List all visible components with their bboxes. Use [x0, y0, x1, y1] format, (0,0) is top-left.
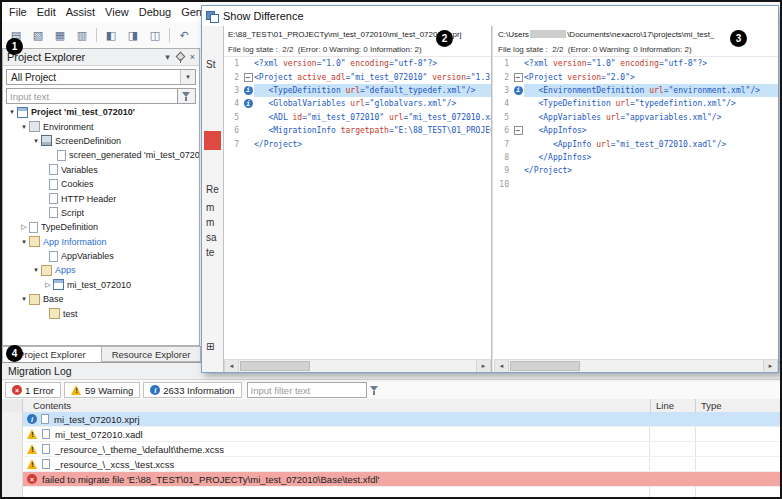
tree-item[interactable]: Script — [3, 206, 199, 220]
save-icon[interactable]: ▦ — [50, 25, 70, 45]
tree-item[interactable]: ▾Project 'mi_test_072010' — [3, 105, 199, 119]
copy-icon[interactable]: ◨ — [123, 25, 143, 45]
tree-filter-input[interactable] — [6, 88, 178, 104]
expander-icon[interactable]: ▷ — [43, 281, 53, 289]
scroll-left-button[interactable]: ◄ — [494, 360, 509, 372]
tree-item[interactable]: Variables — [3, 163, 199, 177]
code-token: ="mi_test_072010.xadl"/> — [611, 140, 727, 149]
dialog-titlebar[interactable]: Show Difference — [202, 6, 778, 27]
log-row[interactable]: ×failed to migrate file 'E:\88_TEST\01_P… — [23, 472, 780, 487]
pane-divider[interactable] — [491, 26, 493, 372]
menu-debug[interactable]: Debug — [134, 4, 176, 20]
tree-item[interactable]: screen_generated 'mi_test_072010' — [3, 148, 199, 162]
expander-icon[interactable]: ▾ — [19, 238, 29, 246]
save-all-icon[interactable]: ▥ — [72, 25, 92, 45]
tree-item-label: HTTP Header — [61, 194, 116, 204]
code-line[interactable]: 4i <GlobalVariables url="globalvars.xml"… — [224, 97, 491, 110]
column-type[interactable]: Type — [696, 399, 780, 412]
scroll-left-button[interactable]: ◄ — [224, 360, 239, 372]
menu-view[interactable]: View — [100, 4, 134, 20]
code-line[interactable]: 4 <TypeDefinition url="typedefintion.xml… — [494, 97, 778, 110]
code-line[interactable]: 2−<Project version="2.0"> — [494, 70, 778, 83]
code-line[interactable]: 5 <ADL id="mi_test_072010" url="mi_test_… — [224, 111, 491, 124]
expander-icon[interactable]: ▷ — [19, 223, 29, 231]
code-line[interactable]: 9</Project> — [494, 164, 778, 177]
filter-funnel-icon[interactable] — [367, 383, 383, 397]
tree-item[interactable]: test — [3, 306, 199, 320]
horizontal-scrollbar[interactable]: ◄ ► — [494, 359, 778, 372]
warning-icon: ! — [71, 385, 82, 395]
scroll-thumb[interactable] — [240, 361, 310, 371]
code-line[interactable]: 1<?xml version="1.0" encoding="utf-8"?> — [224, 57, 491, 70]
scroll-right-button[interactable]: ► — [763, 360, 778, 372]
cut-icon[interactable]: ◧ — [101, 25, 121, 45]
code-line[interactable]: 2−<Project active_adl="mi_test_072010" v… — [224, 70, 491, 83]
expander-icon[interactable]: ▾ — [31, 137, 41, 145]
chevron-down-icon[interactable]: ▾ — [180, 70, 195, 84]
log-row[interactable]: !_resource_\_theme_\default\theme.xcss — [23, 442, 780, 457]
tree-item[interactable]: ▾ScreenDefinition — [3, 134, 199, 148]
expander-icon[interactable]: ▾ — [31, 266, 41, 274]
open-file-icon[interactable]: ▧ — [28, 25, 48, 45]
log-filter-input[interactable] — [247, 382, 367, 398]
tree-item[interactable]: ▷TypeDefinition — [3, 220, 199, 234]
code-line[interactable]: 7</Project> — [224, 137, 491, 150]
menu-file[interactable]: File — [4, 4, 32, 20]
column-line[interactable]: Line — [651, 399, 696, 412]
tab-resource-explorer[interactable]: Resource Explorer — [101, 346, 201, 362]
code-line[interactable]: 10 — [494, 178, 778, 191]
scroll-right-button[interactable]: ► — [476, 360, 491, 372]
expander-icon[interactable]: ▾ — [19, 123, 29, 131]
tree-item[interactable]: Cookies — [3, 177, 199, 191]
obscured-list-item: te — [206, 247, 214, 258]
tree-item[interactable]: ▷mi_test_072010 — [3, 278, 199, 292]
code-token: </AppInfos> — [524, 153, 591, 162]
project-filter-combobox[interactable]: All Project ▾ — [6, 69, 196, 85]
paste-icon[interactable]: ◫ — [145, 25, 165, 45]
log-row[interactable]: !_resource_\_xcss_\test.xcss — [23, 457, 780, 472]
menu-edit[interactable]: Edit — [32, 4, 61, 20]
code-line[interactable]: 6 <MigrationInfo targetpath="E:\88_TEST\… — [224, 124, 491, 137]
scrollbar-track[interactable] — [239, 360, 476, 372]
tree-item[interactable]: ▾App Information — [3, 235, 199, 249]
horizontal-scrollbar[interactable]: ◄ ► — [224, 359, 491, 372]
error-filter-chip[interactable]: ×1 Error — [5, 382, 61, 398]
code-line[interactable]: 8 </AppInfos> — [494, 151, 778, 164]
expander-icon[interactable]: ▾ — [7, 108, 17, 116]
code-line[interactable]: 3i <TypeDefinition url="default_typedef.… — [224, 84, 491, 97]
code-line[interactable]: 1<?xml version="1.0" encoding="utf-8"?> — [494, 57, 778, 70]
menu-assist[interactable]: Assist — [61, 4, 100, 20]
marker-cell: − — [242, 73, 254, 82]
filter-funnel-icon[interactable] — [178, 88, 196, 104]
tree-item[interactable]: HTTP Header — [3, 191, 199, 205]
scroll-thumb[interactable] — [510, 361, 580, 371]
column-contents[interactable]: Contents — [23, 399, 651, 412]
close-icon[interactable]: × — [190, 52, 195, 62]
tree-item[interactable]: AppVariables — [3, 249, 199, 263]
code-token: ="1.0" — [317, 59, 351, 68]
chevron-down-icon[interactable]: ▾ — [165, 52, 170, 62]
code-line[interactable]: 5 <AppVariables url="appvariables.xml"/> — [494, 111, 778, 124]
code-token: version — [567, 73, 601, 82]
code-line[interactable]: 3i <EnvironmentDefinition url="environme… — [494, 84, 778, 97]
info-filter-chip[interactable]: i2633 Information — [143, 382, 241, 398]
log-row[interactable]: imi_test_072010.xprj — [23, 412, 780, 427]
warning-filter-chip[interactable]: !59 Warning — [64, 382, 140, 398]
fold-collapse-icon[interactable]: − — [514, 126, 523, 135]
warning-icon: ! — [27, 429, 38, 439]
pin-icon[interactable] — [175, 52, 185, 63]
tree-item[interactable]: ▾Environment — [3, 119, 199, 133]
code-line[interactable]: 7 <AppInfo url="mi_test_072010.xadl"/> — [494, 137, 778, 150]
expander-icon[interactable]: ▾ — [19, 295, 29, 303]
fold-collapse-icon[interactable]: − — [514, 73, 523, 82]
code-line[interactable]: 6− <AppInfos> — [494, 124, 778, 137]
tree-item[interactable]: ▾Base — [3, 292, 199, 306]
fold-collapse-icon[interactable]: − — [244, 73, 253, 82]
scrollbar-track[interactable] — [509, 360, 763, 372]
log-row[interactable]: !mi_test_072010.xadl — [23, 427, 780, 442]
tree-item-label: test — [63, 309, 78, 319]
undo-icon[interactable]: ↶ — [174, 25, 194, 45]
code-text: <?xml version="1.0" encoding="utf-8"?> — [524, 57, 778, 70]
code-token: version — [553, 59, 587, 68]
tree-item[interactable]: ▾Apps — [3, 263, 199, 277]
